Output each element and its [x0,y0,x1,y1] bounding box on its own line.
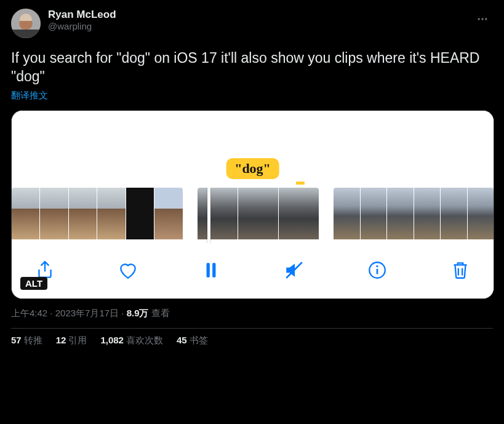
more-button[interactable] [472,9,493,30]
clip-thumbnail-group-1[interactable] [12,188,183,243]
clip-frame [334,188,359,239]
clip-frame [468,188,494,239]
clip-thumbnail-group-2[interactable] [198,188,319,243]
alt-badge[interactable]: ALT [20,277,47,290]
views-count: 8.9万 [127,308,149,318]
ellipsis-icon [476,13,489,25]
delete-button[interactable] [448,258,473,282]
trash-icon [450,260,471,281]
svg-point-5 [485,18,487,20]
clip-frame [40,188,68,239]
retweets-stat[interactable]: 57转推 [11,335,42,346]
tweet-meta[interactable]: 上午4:42 · 2023年7月17日 · 8.9万 查看 [11,308,493,319]
tweet-header: Ryan McLeod @warpling [11,9,493,38]
svg-point-4 [481,18,483,20]
clip-frame [238,188,278,239]
media-attachment[interactable]: "dog" [11,110,494,299]
likes-stat[interactable]: 1,082喜欢次数 [100,335,163,346]
mute-button[interactable] [282,258,306,282]
tweet-time: 上午4:42 [11,308,47,318]
clip-thumbnail-group-3[interactable] [334,188,494,243]
clip-frame [414,188,440,239]
caption-badge: "dog" [226,158,279,179]
clip-frame [97,188,125,239]
playhead-indicator[interactable] [207,188,210,243]
quotes-stat[interactable]: 12引用 [56,335,87,346]
timeline-tick-row [12,182,494,188]
svg-point-3 [478,18,480,20]
caption-tick-marker [296,182,305,185]
tweet-text: If you search for "dog" on iOS 17 it'll … [11,49,493,86]
pause-icon [201,260,222,281]
clip-frame [198,188,238,239]
svg-rect-7 [212,263,215,277]
author-display-name: Ryan McLeod [48,9,116,21]
media-toolbar [12,248,494,298]
svg-rect-6 [207,263,210,277]
svg-point-11 [376,265,378,267]
info-button[interactable] [365,258,390,282]
mute-icon [284,260,305,281]
info-icon [367,260,388,281]
views-label: 查看 [151,308,170,318]
author-avatar[interactable] [11,9,41,38]
translate-link[interactable]: 翻译推文 [11,90,493,102]
like-button[interactable] [116,258,140,282]
tweet-container: Ryan McLeod @warpling If you search for … [0,0,504,353]
clip-frame [69,188,97,239]
media-top-area: "dog" [12,111,494,182]
author-names[interactable]: Ryan McLeod @warpling [48,9,116,32]
bookmarks-stat[interactable]: 45书签 [177,335,208,346]
tweet-date: 2023年7月17日 [55,308,119,318]
clip-frame [126,188,154,239]
clip-frame [279,188,319,239]
pause-button[interactable] [199,258,223,282]
clip-frame [154,188,182,239]
clip-frame [441,188,466,239]
stats-row: 57转推 12引用 1,082喜欢次数 45书签 [11,335,493,346]
svg-rect-2 [11,30,41,38]
clip-frame [12,188,39,239]
divider [11,328,493,329]
clip-strip[interactable] [12,188,494,248]
clip-frame [361,188,386,239]
heart-icon [118,260,138,281]
author-handle: @warpling [48,21,116,32]
clip-frame [387,188,413,239]
